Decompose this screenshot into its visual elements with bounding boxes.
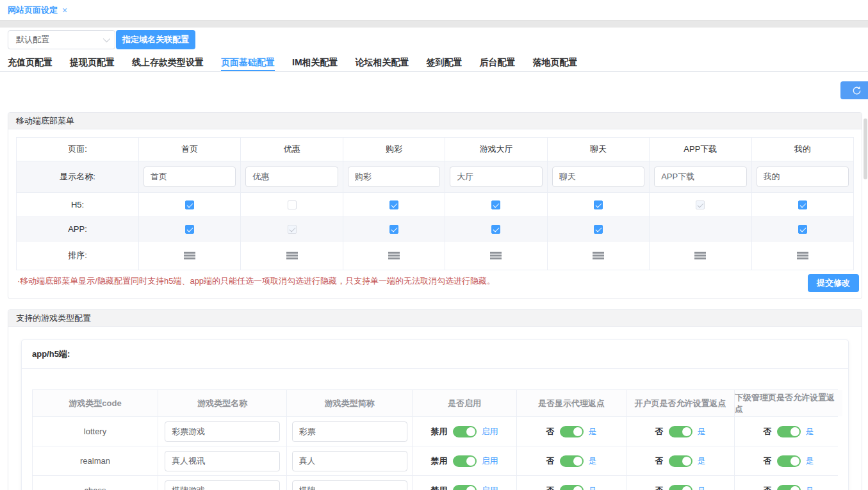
config-select[interactable]: 默认配置: [8, 30, 115, 49]
page-col-header: 购彩: [343, 138, 445, 161]
sort-drag-handle-icon[interactable]: [490, 252, 502, 259]
sort-drag-handle-icon[interactable]: [694, 252, 706, 259]
open-page-rebate-toggle[interactable]: [669, 455, 692, 467]
h5-checkbox[interactable]: [185, 200, 194, 209]
tab-withdraw-page[interactable]: 提现页配置: [70, 54, 115, 71]
agent-rebate-toggle[interactable]: [560, 485, 584, 490]
sort-drag-handle-icon[interactable]: [797, 252, 808, 259]
toggle-on-label: 是: [698, 485, 706, 490]
display-name-input[interactable]: [245, 167, 338, 187]
h5-checkbox[interactable]: [491, 200, 500, 209]
game-types-table: 游戏类型code 游戏类型名称 游戏类型简称 是否启用 是否显示代理返点 开户页…: [32, 389, 838, 490]
agent-rebate-toggle[interactable]: [560, 426, 584, 437]
h5-checkbox[interactable]: [389, 200, 398, 209]
row-label-display-name: 显示名称:: [17, 161, 138, 192]
toggle-on-label: 启用: [482, 455, 498, 467]
tab-backend-config[interactable]: 后台配置: [480, 54, 516, 71]
refresh-icon: [852, 86, 862, 95]
sort-drag-handle-icon[interactable]: [388, 252, 400, 259]
enable-toggle[interactable]: [453, 426, 477, 437]
row-label-app: APP:: [17, 217, 138, 241]
sort-drag-handle-icon[interactable]: [593, 252, 604, 259]
assign-domain-config-button[interactable]: 指定域名关联配置: [116, 30, 195, 49]
toggle-on-label: 是: [698, 455, 706, 467]
toggle-off-label: 否: [655, 485, 664, 490]
app-checkbox[interactable]: [288, 225, 297, 234]
game-name-input[interactable]: [165, 480, 280, 490]
tab-forum-config[interactable]: 论坛相关配置: [356, 54, 409, 71]
sub-manage-rebate-toggle[interactable]: [777, 455, 801, 467]
view-tab-website-page-settings[interactable]: 网站页面设定 ×: [8, 4, 67, 16]
toggle-off-label: 禁用: [431, 455, 448, 467]
sort-drag-handle-icon[interactable]: [184, 252, 195, 259]
display-name-input[interactable]: [552, 167, 644, 187]
app-checkbox[interactable]: [798, 225, 807, 234]
sub-manage-rebate-toggle[interactable]: [777, 426, 801, 437]
display-name-input[interactable]: [757, 167, 849, 187]
toggle-off-label: 否: [764, 426, 772, 437]
settings-tab-bar: 充值页配置 提现页配置 线上存款类型设置 页面基础配置 IM相关配置 论坛相关配…: [0, 54, 868, 72]
tab-checkin-config[interactable]: 签到配置: [427, 54, 463, 71]
toggle-off-label: 禁用: [431, 485, 448, 490]
open-page-rebate-toggle[interactable]: [669, 426, 692, 437]
toggle-off-label: 否: [655, 426, 664, 437]
display-name-input[interactable]: [348, 167, 440, 187]
app-checkbox[interactable]: [389, 225, 398, 234]
agent-rebate-toggle[interactable]: [560, 455, 584, 467]
display-name-input[interactable]: [654, 167, 746, 187]
game-types-panel: 支持的游戏类型配置 app/h5端: 游戏类型code 游戏类型名称 游戏类型简…: [8, 309, 862, 490]
col-header-game-name: 游戏类型名称: [158, 390, 286, 416]
tab-online-deposit-type[interactable]: 线上存款类型设置: [132, 54, 204, 71]
submit-changes-button[interactable]: 提交修改: [808, 274, 859, 292]
display-name-input[interactable]: [450, 167, 542, 187]
close-icon[interactable]: ×: [62, 6, 67, 15]
view-tab-label: 网站页面设定: [8, 4, 58, 16]
row-label-page: 页面:: [17, 138, 138, 161]
game-name-input[interactable]: [165, 451, 280, 471]
col-header-open-page-rebate: 开户页是否允许设置返点: [626, 390, 734, 416]
app-checkbox[interactable]: [491, 225, 500, 234]
toggle-on-label: 启用: [482, 485, 498, 490]
divider: [0, 20, 868, 28]
h5-checkbox[interactable]: [594, 200, 603, 209]
sub-manage-rebate-toggle[interactable]: [777, 485, 801, 490]
game-short-name-input[interactable]: [292, 480, 407, 490]
toggle-on-label: 是: [806, 426, 814, 437]
page-col-header: APP下载: [650, 138, 751, 161]
enable-toggle[interactable]: [453, 485, 477, 490]
game-name-input[interactable]: [165, 421, 280, 442]
tab-page-basic-config[interactable]: 页面基础配置: [221, 54, 275, 71]
h5-checkbox[interactable]: [696, 200, 705, 209]
refresh-button[interactable]: [840, 81, 868, 99]
game-short-name-input[interactable]: [292, 451, 407, 471]
game-code: chess: [33, 476, 158, 490]
col-header-game-code: 游戏类型code: [33, 390, 158, 416]
app-checkbox[interactable]: [185, 225, 194, 234]
chevron-down-icon: [103, 35, 110, 42]
page-col-header: 首页: [139, 138, 240, 161]
toggle-on-label: 是: [806, 455, 814, 467]
row-label-h5: H5:: [17, 193, 138, 216]
game-code: realman: [33, 446, 158, 475]
app-h5-card: app/h5端: 游戏类型code 游戏类型名称 游戏类型简称 是否启用 是否显…: [21, 339, 849, 490]
game-code: lottery: [33, 417, 158, 446]
enable-toggle[interactable]: [453, 455, 477, 467]
toggle-off-label: 否: [764, 485, 772, 490]
scrollbar-thumb[interactable]: [864, 118, 867, 179]
app-checkbox[interactable]: [594, 225, 603, 234]
toggle-on-label: 是: [589, 426, 597, 437]
tab-landing-page-config[interactable]: 落地页配置: [533, 54, 578, 71]
toggle-on-label: 启用: [482, 426, 498, 437]
open-page-rebate-toggle[interactable]: [669, 485, 692, 490]
h5-checkbox[interactable]: [798, 200, 807, 209]
row-label-sort: 排序:: [17, 241, 138, 270]
app-window: 网站页面设定 × 默认配置 指定域名关联配置 充值页配置 提现页配置 线上存款类…: [0, 0, 868, 490]
config-select-value: 默认配置: [16, 34, 49, 45]
h5-checkbox[interactable]: [288, 200, 297, 209]
sort-drag-handle-icon[interactable]: [286, 252, 298, 259]
card-title: app/h5端:: [22, 340, 848, 369]
tab-recharge-page[interactable]: 充值页配置: [8, 54, 53, 71]
game-short-name-input[interactable]: [292, 421, 407, 442]
display-name-input[interactable]: [143, 167, 236, 187]
tab-im-config[interactable]: IM相关配置: [292, 54, 338, 71]
